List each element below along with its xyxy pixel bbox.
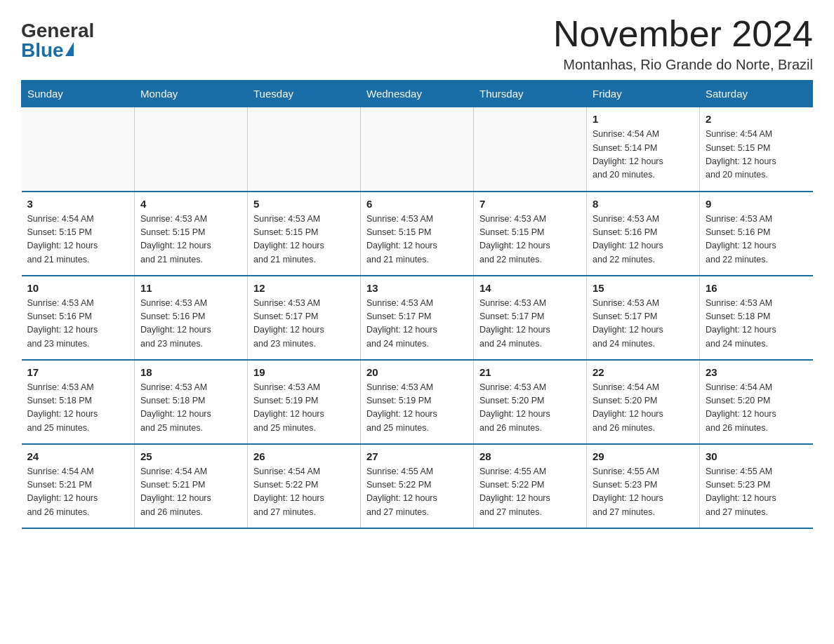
- day-number: 8: [593, 198, 694, 210]
- day-number: 7: [479, 198, 581, 210]
- calendar-cell: 12Sunrise: 4:53 AM Sunset: 5:17 PM Dayli…: [248, 276, 361, 360]
- calendar-week-row: 3Sunrise: 4:54 AM Sunset: 5:15 PM Daylig…: [22, 192, 813, 276]
- logo-blue-text: Blue: [21, 41, 74, 60]
- day-number: 24: [27, 450, 129, 462]
- day-number: 30: [706, 450, 807, 462]
- day-number: 16: [706, 282, 807, 294]
- day-sun-info: Sunrise: 4:53 AM Sunset: 5:17 PM Dayligh…: [253, 298, 324, 349]
- day-number: 27: [366, 450, 468, 462]
- calendar-cell: 13Sunrise: 4:53 AM Sunset: 5:17 PM Dayli…: [361, 276, 474, 360]
- calendar-cell: [474, 107, 587, 192]
- day-number: 13: [366, 282, 468, 294]
- title-block: November 2024 Montanhas, Rio Grande do N…: [553, 14, 813, 73]
- calendar-cell: 16Sunrise: 4:53 AM Sunset: 5:18 PM Dayli…: [700, 276, 813, 360]
- calendar-cell: 17Sunrise: 4:53 AM Sunset: 5:18 PM Dayli…: [22, 360, 135, 444]
- day-sun-info: Sunrise: 4:54 AM Sunset: 5:15 PM Dayligh…: [27, 214, 98, 264]
- calendar-cell: 10Sunrise: 4:53 AM Sunset: 5:16 PM Dayli…: [22, 276, 135, 360]
- day-number: 20: [366, 366, 468, 378]
- weekday-header-sunday: Sunday: [22, 81, 135, 107]
- day-sun-info: Sunrise: 4:53 AM Sunset: 5:19 PM Dayligh…: [253, 382, 324, 433]
- day-number: 9: [706, 198, 807, 210]
- calendar-cell: 3Sunrise: 4:54 AM Sunset: 5:15 PM Daylig…: [22, 192, 135, 276]
- calendar-cell: 11Sunrise: 4:53 AM Sunset: 5:16 PM Dayli…: [135, 276, 248, 360]
- calendar-cell: [135, 107, 248, 192]
- page-header: General Blue November 2024 Montanhas, Ri…: [21, 14, 813, 73]
- day-number: 6: [366, 198, 468, 210]
- weekday-header-monday: Monday: [135, 81, 248, 107]
- calendar-cell: 8Sunrise: 4:53 AM Sunset: 5:16 PM Daylig…: [587, 192, 700, 276]
- calendar-cell: 26Sunrise: 4:54 AM Sunset: 5:22 PM Dayli…: [248, 444, 361, 528]
- day-sun-info: Sunrise: 4:54 AM Sunset: 5:20 PM Dayligh…: [593, 382, 663, 433]
- calendar-cell: 25Sunrise: 4:54 AM Sunset: 5:21 PM Dayli…: [135, 444, 248, 528]
- location-subtitle: Montanhas, Rio Grande do Norte, Brazil: [553, 57, 813, 73]
- day-number: 29: [593, 450, 694, 462]
- day-sun-info: Sunrise: 4:53 AM Sunset: 5:16 PM Dayligh…: [140, 298, 211, 349]
- calendar-cell: 21Sunrise: 4:53 AM Sunset: 5:20 PM Dayli…: [474, 360, 587, 444]
- calendar-cell: 18Sunrise: 4:53 AM Sunset: 5:18 PM Dayli…: [135, 360, 248, 444]
- day-sun-info: Sunrise: 4:54 AM Sunset: 5:21 PM Dayligh…: [140, 467, 211, 517]
- calendar-cell: 24Sunrise: 4:54 AM Sunset: 5:21 PM Dayli…: [22, 444, 135, 528]
- calendar-cell: 28Sunrise: 4:55 AM Sunset: 5:22 PM Dayli…: [474, 444, 587, 528]
- day-number: 14: [479, 282, 581, 294]
- day-sun-info: Sunrise: 4:53 AM Sunset: 5:16 PM Dayligh…: [706, 214, 776, 264]
- logo-triangle-icon: [65, 42, 74, 56]
- day-sun-info: Sunrise: 4:53 AM Sunset: 5:18 PM Dayligh…: [140, 382, 211, 433]
- calendar-cell: 9Sunrise: 4:53 AM Sunset: 5:16 PM Daylig…: [700, 192, 813, 276]
- day-number: 21: [479, 366, 581, 378]
- day-sun-info: Sunrise: 4:54 AM Sunset: 5:14 PM Dayligh…: [593, 129, 663, 180]
- day-number: 5: [253, 198, 355, 210]
- day-number: 17: [27, 366, 129, 378]
- day-sun-info: Sunrise: 4:53 AM Sunset: 5:15 PM Dayligh…: [253, 214, 324, 264]
- weekday-header-wednesday: Wednesday: [361, 81, 474, 107]
- day-sun-info: Sunrise: 4:53 AM Sunset: 5:19 PM Dayligh…: [366, 382, 437, 433]
- day-sun-info: Sunrise: 4:55 AM Sunset: 5:22 PM Dayligh…: [366, 467, 437, 517]
- calendar-week-row: 17Sunrise: 4:53 AM Sunset: 5:18 PM Dayli…: [22, 360, 813, 444]
- day-number: 2: [706, 113, 807, 125]
- calendar-cell: 15Sunrise: 4:53 AM Sunset: 5:17 PM Dayli…: [587, 276, 700, 360]
- day-sun-info: Sunrise: 4:54 AM Sunset: 5:20 PM Dayligh…: [706, 382, 776, 433]
- day-number: 4: [140, 198, 241, 210]
- weekday-header-friday: Friday: [587, 81, 700, 107]
- day-sun-info: Sunrise: 4:55 AM Sunset: 5:23 PM Dayligh…: [706, 467, 776, 517]
- calendar-cell: [22, 107, 135, 192]
- calendar-cell: 1Sunrise: 4:54 AM Sunset: 5:14 PM Daylig…: [587, 107, 700, 192]
- day-sun-info: Sunrise: 4:53 AM Sunset: 5:16 PM Dayligh…: [27, 298, 98, 349]
- calendar-cell: 29Sunrise: 4:55 AM Sunset: 5:23 PM Dayli…: [587, 444, 700, 528]
- calendar-week-row: 1Sunrise: 4:54 AM Sunset: 5:14 PM Daylig…: [22, 107, 813, 192]
- calendar-cell: 27Sunrise: 4:55 AM Sunset: 5:22 PM Dayli…: [361, 444, 474, 528]
- weekday-header-saturday: Saturday: [700, 81, 813, 107]
- day-number: 25: [140, 450, 241, 462]
- calendar-cell: 30Sunrise: 4:55 AM Sunset: 5:23 PM Dayli…: [700, 444, 813, 528]
- logo: General Blue: [21, 21, 94, 60]
- day-sun-info: Sunrise: 4:53 AM Sunset: 5:18 PM Dayligh…: [706, 298, 776, 349]
- calendar-cell: 7Sunrise: 4:53 AM Sunset: 5:15 PM Daylig…: [474, 192, 587, 276]
- day-sun-info: Sunrise: 4:53 AM Sunset: 5:17 PM Dayligh…: [593, 298, 663, 349]
- day-sun-info: Sunrise: 4:53 AM Sunset: 5:15 PM Dayligh…: [479, 214, 550, 264]
- day-sun-info: Sunrise: 4:53 AM Sunset: 5:15 PM Dayligh…: [140, 214, 211, 264]
- day-number: 26: [253, 450, 355, 462]
- month-title: November 2024: [553, 14, 813, 54]
- day-number: 23: [706, 366, 807, 378]
- calendar-cell: 14Sunrise: 4:53 AM Sunset: 5:17 PM Dayli…: [474, 276, 587, 360]
- day-sun-info: Sunrise: 4:54 AM Sunset: 5:21 PM Dayligh…: [27, 467, 98, 517]
- day-number: 15: [593, 282, 694, 294]
- day-number: 12: [253, 282, 355, 294]
- day-number: 28: [479, 450, 581, 462]
- day-number: 18: [140, 366, 241, 378]
- calendar-week-row: 10Sunrise: 4:53 AM Sunset: 5:16 PM Dayli…: [22, 276, 813, 360]
- day-sun-info: Sunrise: 4:53 AM Sunset: 5:20 PM Dayligh…: [479, 382, 550, 433]
- day-sun-info: Sunrise: 4:55 AM Sunset: 5:22 PM Dayligh…: [479, 467, 550, 517]
- calendar-cell: 2Sunrise: 4:54 AM Sunset: 5:15 PM Daylig…: [700, 107, 813, 192]
- calendar-cell: 19Sunrise: 4:53 AM Sunset: 5:19 PM Dayli…: [248, 360, 361, 444]
- weekday-header-thursday: Thursday: [474, 81, 587, 107]
- day-sun-info: Sunrise: 4:53 AM Sunset: 5:17 PM Dayligh…: [366, 298, 437, 349]
- day-number: 3: [27, 198, 129, 210]
- day-sun-info: Sunrise: 4:53 AM Sunset: 5:16 PM Dayligh…: [593, 214, 663, 264]
- calendar-cell: 4Sunrise: 4:53 AM Sunset: 5:15 PM Daylig…: [135, 192, 248, 276]
- day-sun-info: Sunrise: 4:53 AM Sunset: 5:17 PM Dayligh…: [479, 298, 550, 349]
- day-number: 22: [593, 366, 694, 378]
- day-sun-info: Sunrise: 4:55 AM Sunset: 5:23 PM Dayligh…: [593, 467, 663, 517]
- weekday-header-tuesday: Tuesday: [248, 81, 361, 107]
- day-sun-info: Sunrise: 4:54 AM Sunset: 5:22 PM Dayligh…: [253, 467, 324, 517]
- day-number: 19: [253, 366, 355, 378]
